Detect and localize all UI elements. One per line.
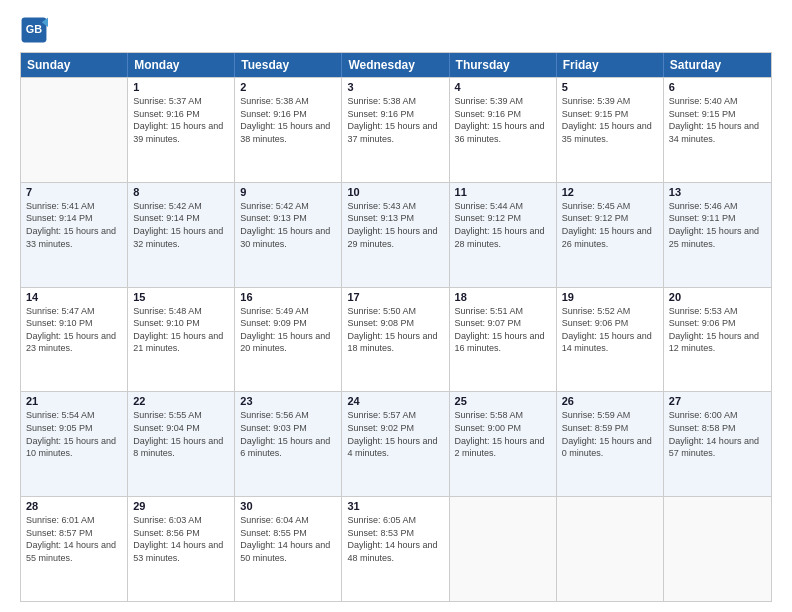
day-info: Sunrise: 5:42 AM Sunset: 9:13 PM Dayligh… bbox=[240, 200, 336, 250]
day-info: Sunrise: 5:48 AM Sunset: 9:10 PM Dayligh… bbox=[133, 305, 229, 355]
day-number: 31 bbox=[347, 500, 443, 512]
day-info: Sunrise: 5:37 AM Sunset: 9:16 PM Dayligh… bbox=[133, 95, 229, 145]
calendar-cell: 25Sunrise: 5:58 AM Sunset: 9:00 PM Dayli… bbox=[450, 392, 557, 496]
calendar-cell: 27Sunrise: 6:00 AM Sunset: 8:58 PM Dayli… bbox=[664, 392, 771, 496]
day-number: 1 bbox=[133, 81, 229, 93]
day-info: Sunrise: 6:00 AM Sunset: 8:58 PM Dayligh… bbox=[669, 409, 766, 459]
calendar-cell: 6Sunrise: 5:40 AM Sunset: 9:15 PM Daylig… bbox=[664, 78, 771, 182]
day-info: Sunrise: 6:04 AM Sunset: 8:55 PM Dayligh… bbox=[240, 514, 336, 564]
calendar-cell: 24Sunrise: 5:57 AM Sunset: 9:02 PM Dayli… bbox=[342, 392, 449, 496]
calendar-row-3: 14Sunrise: 5:47 AM Sunset: 9:10 PM Dayli… bbox=[21, 287, 771, 392]
day-info: Sunrise: 5:50 AM Sunset: 9:08 PM Dayligh… bbox=[347, 305, 443, 355]
calendar-cell: 17Sunrise: 5:50 AM Sunset: 9:08 PM Dayli… bbox=[342, 288, 449, 392]
day-info: Sunrise: 5:58 AM Sunset: 9:00 PM Dayligh… bbox=[455, 409, 551, 459]
day-number: 14 bbox=[26, 291, 122, 303]
day-number: 24 bbox=[347, 395, 443, 407]
calendar-body: 1Sunrise: 5:37 AM Sunset: 9:16 PM Daylig… bbox=[21, 77, 771, 601]
day-info: Sunrise: 5:38 AM Sunset: 9:16 PM Dayligh… bbox=[240, 95, 336, 145]
day-number: 9 bbox=[240, 186, 336, 198]
header: GB bbox=[20, 16, 772, 44]
day-number: 21 bbox=[26, 395, 122, 407]
day-number: 4 bbox=[455, 81, 551, 93]
day-number: 3 bbox=[347, 81, 443, 93]
weekday-header-tuesday: Tuesday bbox=[235, 53, 342, 77]
page: GB SundayMondayTuesdayWednesdayThursdayF… bbox=[0, 0, 792, 612]
weekday-header-thursday: Thursday bbox=[450, 53, 557, 77]
day-number: 26 bbox=[562, 395, 658, 407]
day-info: Sunrise: 5:59 AM Sunset: 8:59 PM Dayligh… bbox=[562, 409, 658, 459]
weekday-header-sunday: Sunday bbox=[21, 53, 128, 77]
day-info: Sunrise: 5:42 AM Sunset: 9:14 PM Dayligh… bbox=[133, 200, 229, 250]
calendar-cell bbox=[21, 78, 128, 182]
day-number: 30 bbox=[240, 500, 336, 512]
calendar-cell bbox=[450, 497, 557, 601]
day-number: 13 bbox=[669, 186, 766, 198]
day-number: 22 bbox=[133, 395, 229, 407]
calendar-cell: 15Sunrise: 5:48 AM Sunset: 9:10 PM Dayli… bbox=[128, 288, 235, 392]
day-info: Sunrise: 5:38 AM Sunset: 9:16 PM Dayligh… bbox=[347, 95, 443, 145]
day-info: Sunrise: 5:51 AM Sunset: 9:07 PM Dayligh… bbox=[455, 305, 551, 355]
calendar-cell bbox=[664, 497, 771, 601]
day-number: 8 bbox=[133, 186, 229, 198]
day-number: 6 bbox=[669, 81, 766, 93]
calendar-cell: 22Sunrise: 5:55 AM Sunset: 9:04 PM Dayli… bbox=[128, 392, 235, 496]
calendar-cell: 29Sunrise: 6:03 AM Sunset: 8:56 PM Dayli… bbox=[128, 497, 235, 601]
day-number: 7 bbox=[26, 186, 122, 198]
calendar-cell: 14Sunrise: 5:47 AM Sunset: 9:10 PM Dayli… bbox=[21, 288, 128, 392]
calendar-cell: 16Sunrise: 5:49 AM Sunset: 9:09 PM Dayli… bbox=[235, 288, 342, 392]
day-number: 10 bbox=[347, 186, 443, 198]
day-info: Sunrise: 5:55 AM Sunset: 9:04 PM Dayligh… bbox=[133, 409, 229, 459]
day-number: 15 bbox=[133, 291, 229, 303]
day-info: Sunrise: 5:49 AM Sunset: 9:09 PM Dayligh… bbox=[240, 305, 336, 355]
calendar-cell: 28Sunrise: 6:01 AM Sunset: 8:57 PM Dayli… bbox=[21, 497, 128, 601]
weekday-header-saturday: Saturday bbox=[664, 53, 771, 77]
weekday-header-friday: Friday bbox=[557, 53, 664, 77]
day-info: Sunrise: 5:56 AM Sunset: 9:03 PM Dayligh… bbox=[240, 409, 336, 459]
day-number: 17 bbox=[347, 291, 443, 303]
day-info: Sunrise: 6:03 AM Sunset: 8:56 PM Dayligh… bbox=[133, 514, 229, 564]
calendar-cell: 18Sunrise: 5:51 AM Sunset: 9:07 PM Dayli… bbox=[450, 288, 557, 392]
calendar-row-5: 28Sunrise: 6:01 AM Sunset: 8:57 PM Dayli… bbox=[21, 496, 771, 601]
day-number: 11 bbox=[455, 186, 551, 198]
svg-text:GB: GB bbox=[26, 23, 42, 35]
calendar-cell: 7Sunrise: 5:41 AM Sunset: 9:14 PM Daylig… bbox=[21, 183, 128, 287]
calendar-cell: 9Sunrise: 5:42 AM Sunset: 9:13 PM Daylig… bbox=[235, 183, 342, 287]
calendar-cell: 8Sunrise: 5:42 AM Sunset: 9:14 PM Daylig… bbox=[128, 183, 235, 287]
day-info: Sunrise: 5:40 AM Sunset: 9:15 PM Dayligh… bbox=[669, 95, 766, 145]
calendar-cell: 3Sunrise: 5:38 AM Sunset: 9:16 PM Daylig… bbox=[342, 78, 449, 182]
day-number: 27 bbox=[669, 395, 766, 407]
day-info: Sunrise: 5:53 AM Sunset: 9:06 PM Dayligh… bbox=[669, 305, 766, 355]
day-info: Sunrise: 5:39 AM Sunset: 9:16 PM Dayligh… bbox=[455, 95, 551, 145]
calendar-cell: 23Sunrise: 5:56 AM Sunset: 9:03 PM Dayli… bbox=[235, 392, 342, 496]
calendar-cell: 12Sunrise: 5:45 AM Sunset: 9:12 PM Dayli… bbox=[557, 183, 664, 287]
calendar-row-2: 7Sunrise: 5:41 AM Sunset: 9:14 PM Daylig… bbox=[21, 182, 771, 287]
calendar-cell: 19Sunrise: 5:52 AM Sunset: 9:06 PM Dayli… bbox=[557, 288, 664, 392]
calendar-cell: 20Sunrise: 5:53 AM Sunset: 9:06 PM Dayli… bbox=[664, 288, 771, 392]
day-info: Sunrise: 5:57 AM Sunset: 9:02 PM Dayligh… bbox=[347, 409, 443, 459]
day-number: 2 bbox=[240, 81, 336, 93]
calendar-row-1: 1Sunrise: 5:37 AM Sunset: 9:16 PM Daylig… bbox=[21, 77, 771, 182]
calendar-cell: 21Sunrise: 5:54 AM Sunset: 9:05 PM Dayli… bbox=[21, 392, 128, 496]
calendar-cell: 11Sunrise: 5:44 AM Sunset: 9:12 PM Dayli… bbox=[450, 183, 557, 287]
day-number: 18 bbox=[455, 291, 551, 303]
day-info: Sunrise: 6:05 AM Sunset: 8:53 PM Dayligh… bbox=[347, 514, 443, 564]
logo: GB bbox=[20, 16, 52, 44]
calendar-cell: 13Sunrise: 5:46 AM Sunset: 9:11 PM Dayli… bbox=[664, 183, 771, 287]
calendar-header: SundayMondayTuesdayWednesdayThursdayFrid… bbox=[21, 53, 771, 77]
calendar-cell: 26Sunrise: 5:59 AM Sunset: 8:59 PM Dayli… bbox=[557, 392, 664, 496]
day-number: 23 bbox=[240, 395, 336, 407]
day-info: Sunrise: 5:39 AM Sunset: 9:15 PM Dayligh… bbox=[562, 95, 658, 145]
day-info: Sunrise: 5:47 AM Sunset: 9:10 PM Dayligh… bbox=[26, 305, 122, 355]
day-info: Sunrise: 5:41 AM Sunset: 9:14 PM Dayligh… bbox=[26, 200, 122, 250]
day-number: 19 bbox=[562, 291, 658, 303]
day-number: 20 bbox=[669, 291, 766, 303]
day-number: 5 bbox=[562, 81, 658, 93]
day-number: 25 bbox=[455, 395, 551, 407]
day-info: Sunrise: 5:45 AM Sunset: 9:12 PM Dayligh… bbox=[562, 200, 658, 250]
calendar-row-4: 21Sunrise: 5:54 AM Sunset: 9:05 PM Dayli… bbox=[21, 391, 771, 496]
day-info: Sunrise: 5:44 AM Sunset: 9:12 PM Dayligh… bbox=[455, 200, 551, 250]
calendar-cell: 31Sunrise: 6:05 AM Sunset: 8:53 PM Dayli… bbox=[342, 497, 449, 601]
calendar-cell bbox=[557, 497, 664, 601]
day-number: 16 bbox=[240, 291, 336, 303]
day-info: Sunrise: 6:01 AM Sunset: 8:57 PM Dayligh… bbox=[26, 514, 122, 564]
